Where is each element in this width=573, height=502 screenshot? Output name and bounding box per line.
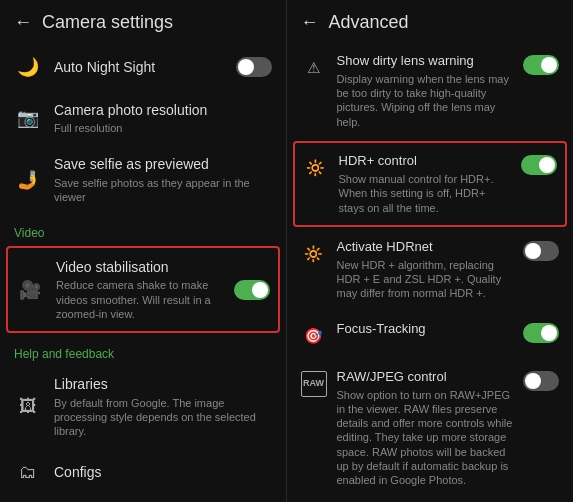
libraries-icon: 🖼 [14, 393, 42, 421]
right-setting-raw-control[interactable]: RAWRAW/JPEG controlShow option to turn o… [287, 359, 574, 498]
libraries-title: Libraries [54, 375, 272, 393]
dirty-lens-sub: Display warning when the lens may be too… [337, 72, 514, 129]
view-raw-link[interactable]: View RAW folder [287, 498, 574, 502]
video-stabilisation-toggle[interactable] [234, 280, 270, 300]
setting-item-camera-photo-resolution: 📷Camera photo resolutionFull resolution [0, 91, 286, 145]
left-header: ← Camera settings [0, 0, 286, 43]
raw-control-sub: Show option to turn on RAW+JPEG in the v… [337, 388, 514, 488]
camera-photo-resolution-text: Camera photo resolutionFull resolution [54, 101, 272, 135]
video-stabilisation-icon: 🎥 [16, 276, 44, 304]
focus-tracking-text: Focus-Tracking [337, 321, 514, 338]
hdr-control-icon: 🔆 [303, 155, 329, 181]
libraries-text: LibrariesBy default from Google. The ima… [54, 375, 272, 438]
save-selfie-title: Save selfie as previewed [54, 155, 272, 173]
save-selfie-icon: 🤳 [14, 166, 42, 194]
video-stabilisation-title: Video stabilisation [56, 258, 222, 276]
hdrnet-title: Activate HDRnet [337, 239, 514, 256]
video-stabilisation-text: Video stabilisationReduce camera shake t… [56, 258, 222, 321]
hdrnet-icon: 🔆 [301, 241, 327, 267]
raw-control-toggle[interactable] [523, 371, 559, 391]
auto-night-sight-text: Auto Night Sight [54, 58, 224, 76]
setting-item-auto-night-sight[interactable]: 🌙Auto Night Sight [0, 43, 286, 91]
configs-text: Configs [54, 463, 272, 481]
auto-night-sight-title: Auto Night Sight [54, 58, 224, 76]
camera-photo-resolution-icon: 📷 [14, 104, 42, 132]
setting-item-save-selfie: 🤳Save selfie as previewedSave selfie pho… [0, 145, 286, 214]
hdr-control-toggle[interactable] [521, 155, 557, 175]
section-label-video-section: Video [0, 214, 286, 244]
dirty-lens-title: Show dirty lens warning [337, 53, 514, 70]
raw-control-icon: RAW [301, 371, 327, 397]
configs-icon: 🗂 [14, 458, 42, 486]
save-selfie-sub: Save selfie photos as they appear in the… [54, 176, 272, 205]
setting-item-libraries: 🖼LibrariesBy default from Google. The im… [0, 365, 286, 448]
save-selfie-text: Save selfie as previewedSave selfie phot… [54, 155, 272, 204]
libraries-sub: By default from Google. The image proces… [54, 396, 272, 439]
hdrnet-sub: New HDR + algorithm, replacing HDR + E a… [337, 258, 514, 301]
right-setting-hdr-control[interactable]: 🔆HDR+ controlShow manual control for HDR… [293, 141, 568, 227]
setting-item-video-stabilisation[interactable]: 🎥Video stabilisationReduce camera shake … [6, 246, 280, 333]
right-content: ⚠Show dirty lens warningDisplay warning … [287, 43, 574, 502]
configs-title: Configs [54, 463, 272, 481]
dirty-lens-icon: ⚠ [301, 55, 327, 81]
focus-tracking-title: Focus-Tracking [337, 321, 514, 338]
right-setting-focus-tracking[interactable]: 🎯Focus-Tracking [287, 311, 574, 359]
camera-photo-resolution-title: Camera photo resolution [54, 101, 272, 119]
setting-item-configs: 🗂Configs [0, 448, 286, 496]
focus-tracking-toggle[interactable] [523, 323, 559, 343]
right-header: ← Advanced [287, 0, 574, 43]
left-back-icon[interactable]: ← [14, 12, 32, 33]
left-title: Camera settings [42, 12, 173, 33]
hdr-control-text: HDR+ controlShow manual control for HDR+… [339, 153, 512, 215]
hdr-control-sub: Show manual control for HDR+. When this … [339, 172, 512, 215]
dirty-lens-toggle[interactable] [523, 55, 559, 75]
camera-photo-resolution-sub: Full resolution [54, 121, 272, 135]
auto-night-sight-toggle[interactable] [236, 57, 272, 77]
right-title: Advanced [329, 12, 409, 33]
hdrnet-toggle[interactable] [523, 241, 559, 261]
hdrnet-text: Activate HDRnetNew HDR + algorithm, repl… [337, 239, 514, 301]
raw-control-text: RAW/JPEG controlShow option to turn on R… [337, 369, 514, 488]
dirty-lens-text: Show dirty lens warningDisplay warning w… [337, 53, 514, 129]
section-label-help-section: Help and feedback [0, 335, 286, 365]
right-setting-hdrnet[interactable]: 🔆Activate HDRnetNew HDR + algorithm, rep… [287, 229, 574, 311]
hdr-control-title: HDR+ control [339, 153, 512, 170]
left-content: 🌙Auto Night Sight📷Camera photo resolutio… [0, 43, 286, 502]
auto-night-sight-icon: 🌙 [14, 53, 42, 81]
raw-control-title: RAW/JPEG control [337, 369, 514, 386]
focus-tracking-icon: 🎯 [301, 323, 327, 349]
right-back-icon[interactable]: ← [301, 12, 319, 33]
setting-item-gallery: 🎞GalleryDefault gallery is Google Photos [0, 496, 286, 502]
left-panel: ← Camera settings 🌙Auto Night Sight📷Came… [0, 0, 286, 502]
right-setting-dirty-lens[interactable]: ⚠Show dirty lens warningDisplay warning … [287, 43, 574, 139]
video-stabilisation-sub: Reduce camera shake to make videos smoot… [56, 278, 222, 321]
right-panel: ← Advanced ⚠Show dirty lens warningDispl… [287, 0, 574, 502]
